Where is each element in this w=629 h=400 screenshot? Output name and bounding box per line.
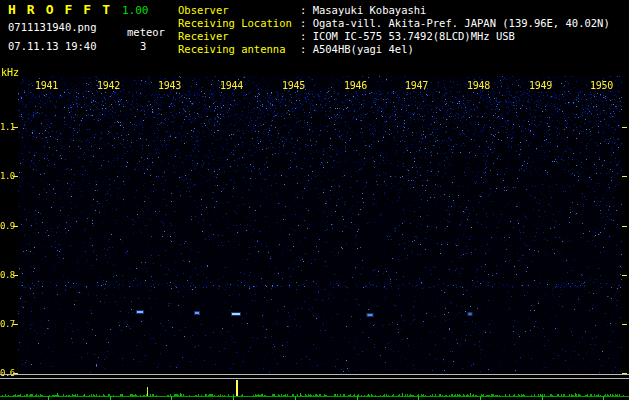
freq-tick-right (622, 127, 627, 128)
info-row-receiver: Receiver: ICOM IC-575 53.7492(8LCD)MHz U… (178, 30, 515, 42)
time-label-1941: 1941 (35, 80, 58, 91)
time-label-1943: 1943 (158, 80, 181, 91)
signal-level-canvas (0, 379, 629, 400)
meteor-count: 3 (140, 40, 146, 52)
freq-tick-left (13, 275, 18, 276)
time-label-1950: 1950 (590, 80, 613, 91)
spectrogram-canvas (18, 76, 622, 373)
freq-tick-left (13, 324, 18, 325)
time-label-1945: 1945 (282, 80, 305, 91)
info-label-antenna: Receiving antenna (178, 43, 300, 55)
info-value-antenna: : A504HB(yagi 4el) (300, 43, 414, 55)
info-row-observer: Observer: Masayuki Kobayashi (178, 4, 426, 16)
freq-unit-label: kHz (1, 67, 19, 78)
time-label-1949: 1949 (529, 80, 552, 91)
info-value-observer: : Masayuki Kobayashi (300, 4, 426, 16)
freq-tick-left (13, 176, 18, 177)
time-label-1944: 1944 (220, 80, 243, 91)
info-row-location: Receiving Location: Ogata-vill. Akita-Pr… (178, 17, 610, 29)
info-row-antenna: Receiving antenna: A504HB(yagi 4el) (178, 43, 414, 55)
freq-tick-left (13, 127, 18, 128)
time-label-1946: 1946 (344, 80, 367, 91)
info-label-observer: Observer (178, 4, 300, 16)
date-time: 07.11.13 19:40 (8, 40, 97, 52)
freq-tick-left (13, 226, 18, 227)
freq-tick-right (622, 176, 627, 177)
info-label-receiver: Receiver (178, 30, 300, 42)
info-value-location: : Ogata-vill. Akita-Pref. JAPAN (139.96E… (300, 17, 610, 29)
app-version: 1.00 (122, 4, 149, 17)
time-label-1942: 1942 (97, 80, 120, 91)
app-title: HROFFT (8, 2, 121, 17)
separator-line-top (0, 374, 629, 375)
info-value-receiver: : ICOM IC-575 53.7492(8LCD)MHz USB (300, 30, 515, 42)
time-label-1947: 1947 (405, 80, 428, 91)
output-filename: 0711131940.png (8, 21, 97, 33)
freq-tick-right (622, 226, 627, 227)
time-label-1948: 1948 (467, 80, 490, 91)
mode-label: meteor (127, 26, 165, 38)
freq-tick-right (622, 324, 627, 325)
info-label-location: Receiving Location (178, 17, 300, 29)
hrofft-window: HROFFT 1.00 0711131940.png meteor 07.11.… (0, 0, 629, 400)
freq-tick-right (622, 275, 627, 276)
